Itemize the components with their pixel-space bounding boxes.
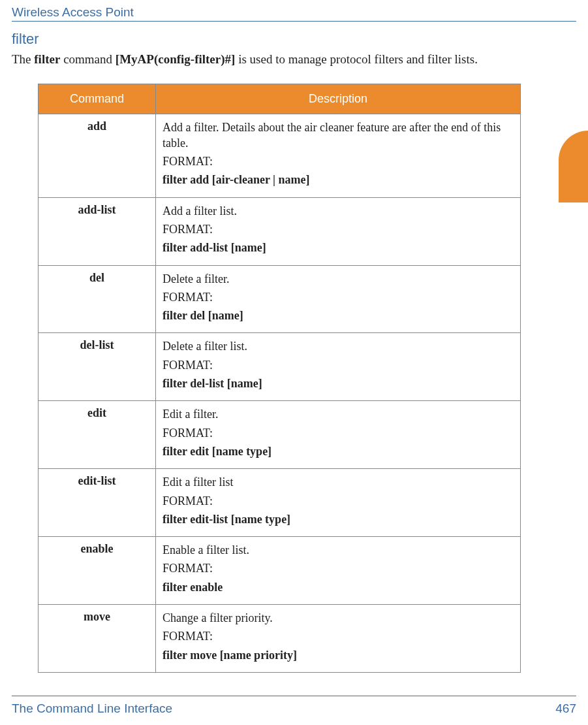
desc-text: Edit a filter.: [162, 406, 514, 422]
footer-left-text: The Command Line Interface: [12, 701, 172, 716]
command-cell: edit-list: [39, 469, 156, 537]
command-table-wrap: Command Description add Add a filter. De…: [38, 84, 521, 673]
desc-text: Edit a filter list: [162, 474, 514, 490]
format-text: filter del-list [name]: [162, 376, 514, 391]
description-cell: Add a filter list. FORMAT: filter add-li…: [156, 197, 521, 265]
footer-page-number: 467: [555, 701, 576, 716]
format-text: filter move [name priority]: [162, 647, 514, 663]
command-cell: move: [39, 605, 156, 673]
footer-rule: [12, 696, 576, 696]
format-label: FORMAT:: [162, 493, 514, 509]
intro-text-pre: The: [12, 52, 34, 66]
description-cell: Add a filter. Details about the air clea…: [156, 114, 521, 197]
table-row: del-list Delete a filter list. FORMAT: f…: [39, 333, 521, 401]
format-label: FORMAT:: [162, 153, 514, 169]
table-row: add Add a filter. Details about the air …: [39, 114, 521, 197]
format-text: filter edit-list [name type]: [162, 511, 514, 527]
page-footer: The Command Line Interface 467: [12, 701, 576, 716]
table-row: enable Enable a filter list. FORMAT: fil…: [39, 537, 521, 605]
description-cell: Enable a filter list. FORMAT: filter ena…: [156, 537, 521, 605]
desc-text: Delete a filter.: [162, 271, 514, 287]
format-label: FORMAT:: [162, 425, 514, 441]
command-cell: add-list: [39, 197, 156, 265]
description-cell: Edit a filter. FORMAT: filter edit [name…: [156, 401, 521, 469]
desc-text: Enable a filter list.: [162, 542, 514, 558]
intro-text-mid: command: [60, 52, 115, 66]
format-text: filter add-list [name]: [162, 240, 514, 255]
format-text: filter del [name]: [162, 308, 514, 323]
command-cell: edit: [39, 401, 156, 469]
command-table: Command Description add Add a filter. De…: [38, 84, 521, 673]
description-cell: Delete a filter. FORMAT: filter del [nam…: [156, 265, 521, 333]
intro-text-post: is used to manage protocol filters and f…: [235, 52, 477, 66]
format-label: FORMAT:: [162, 560, 514, 576]
format-label: FORMAT:: [162, 628, 514, 644]
desc-text: Delete a filter list.: [162, 338, 514, 354]
format-label: FORMAT:: [162, 357, 514, 373]
format-text: filter enable: [162, 579, 514, 595]
command-cell: add: [39, 114, 156, 197]
format-text: filter add [air-cleaner | name]: [162, 172, 514, 187]
description-cell: Delete a filter list. FORMAT: filter del…: [156, 333, 521, 401]
command-cell: enable: [39, 537, 156, 605]
table-header-description: Description: [156, 84, 521, 114]
description-cell: Change a filter priority. FORMAT: filter…: [156, 605, 521, 673]
desc-text: Add a filter. Details about the air clea…: [162, 120, 514, 152]
command-cell: del-list: [39, 333, 156, 401]
format-text: filter edit [name type]: [162, 443, 514, 459]
intro-bold-prompt: [MyAP(config-filter)#]: [116, 52, 236, 66]
page-header-title: Wireless Access Point: [0, 0, 588, 20]
intro-bold-filter: filter: [34, 52, 60, 66]
table-row: edit-list Edit a filter list FORMAT: fil…: [39, 469, 521, 537]
intro-paragraph: The filter command [MyAP(config-filter)#…: [0, 48, 588, 69]
desc-text: Add a filter list.: [162, 203, 514, 219]
table-row: add-list Add a filter list. FORMAT: filt…: [39, 197, 521, 265]
table-row: del Delete a filter. FORMAT: filter del …: [39, 265, 521, 333]
format-label: FORMAT:: [162, 289, 514, 305]
table-header-command: Command: [39, 84, 156, 114]
command-cell: del: [39, 265, 156, 333]
description-cell: Edit a filter list FORMAT: filter edit-l…: [156, 469, 521, 537]
table-row: move Change a filter priority. FORMAT: f…: [39, 605, 521, 673]
table-row: edit Edit a filter. FORMAT: filter edit …: [39, 401, 521, 469]
format-label: FORMAT:: [162, 221, 514, 237]
section-title: filter: [0, 22, 588, 48]
desc-text: Change a filter priority.: [162, 610, 514, 626]
side-tab-decoration: [559, 131, 588, 202]
